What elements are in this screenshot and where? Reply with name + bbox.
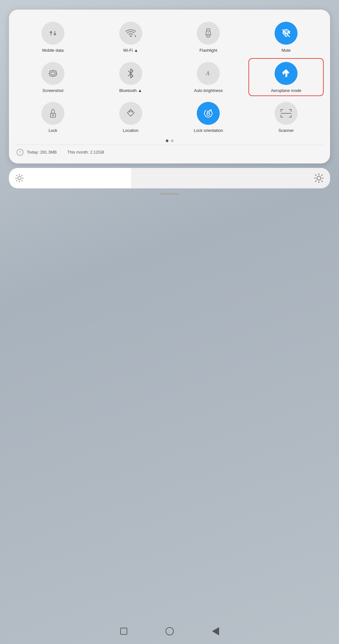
tile-label-mute: Mute bbox=[282, 48, 291, 53]
tile-circle-scanner bbox=[275, 102, 298, 125]
svg-line-28 bbox=[17, 180, 17, 181]
tile-row-1: Mobile data Wi-Fi ▲ bbox=[15, 19, 324, 56]
wifi-icon bbox=[125, 28, 136, 38]
tile-label-lock: Lock bbox=[48, 128, 57, 133]
tile-mobile-data[interactable]: Mobile data bbox=[15, 19, 91, 56]
tile-bluetooth[interactable]: Bluetooth ▲ bbox=[93, 58, 168, 96]
home-icon bbox=[166, 627, 174, 635]
svg-point-29 bbox=[317, 176, 321, 180]
drag-handle[interactable] bbox=[160, 193, 179, 195]
tile-label-wifi: Wi-Fi ▲ bbox=[123, 48, 138, 53]
data-usage-icon: ? bbox=[17, 149, 24, 156]
svg-marker-1 bbox=[134, 35, 136, 37]
tile-circle-aeroplane bbox=[275, 62, 298, 85]
tile-flashlight[interactable]: Flashlight bbox=[171, 19, 246, 56]
lock-icon bbox=[48, 108, 57, 118]
lock-orientation-icon bbox=[203, 108, 214, 119]
divider bbox=[15, 145, 324, 145]
back-button[interactable] bbox=[212, 627, 219, 635]
svg-rect-9 bbox=[51, 72, 55, 75]
data-usage-month bbox=[60, 149, 64, 155]
tile-label-screenshot: Screenshot bbox=[42, 88, 63, 93]
dot-2 bbox=[171, 140, 173, 142]
brightness-low-icon bbox=[15, 174, 24, 182]
svg-line-34 bbox=[315, 175, 316, 176]
tile-label-bluetooth: Bluetooth ▲ bbox=[119, 88, 142, 93]
mute-icon bbox=[281, 28, 291, 38]
tile-label-aeroplane: Aeroplane mode bbox=[271, 88, 301, 93]
svg-rect-15 bbox=[50, 113, 55, 117]
svg-rect-18 bbox=[207, 113, 210, 115]
svg-point-20 bbox=[18, 177, 21, 180]
recents-icon bbox=[120, 628, 127, 635]
dot-1 bbox=[166, 140, 168, 142]
tile-mute[interactable]: Mute bbox=[248, 19, 324, 56]
tile-row-2: Screenshot Bluetooth ▲ A Auto brightness bbox=[15, 58, 324, 96]
tile-label-location: Location bbox=[123, 128, 138, 133]
tile-lock[interactable]: Lock bbox=[15, 99, 91, 136]
tile-lock-orientation[interactable]: Lock orientation bbox=[171, 99, 246, 136]
auto-brightness-icon: A bbox=[203, 68, 214, 79]
bottom-nav bbox=[0, 618, 339, 644]
scanner-icon bbox=[280, 109, 292, 118]
tile-circle-wifi bbox=[119, 22, 142, 45]
back-icon bbox=[212, 627, 219, 635]
brightness-fill bbox=[9, 168, 131, 188]
svg-line-26 bbox=[22, 180, 22, 181]
tile-aeroplane[interactable]: Aeroplane mode bbox=[248, 58, 324, 96]
svg-line-35 bbox=[321, 181, 322, 182]
tile-circle-location bbox=[119, 102, 142, 125]
svg-line-36 bbox=[321, 175, 322, 176]
tile-label-auto-brightness: Auto brightness bbox=[194, 88, 223, 93]
tile-circle-bluetooth bbox=[119, 62, 142, 85]
tile-scanner[interactable]: Scanner bbox=[248, 99, 324, 136]
tile-row-3: Lock Location L bbox=[15, 99, 324, 136]
svg-rect-8 bbox=[50, 71, 56, 76]
data-usage-month-val: This month: 2.12GB bbox=[67, 150, 104, 155]
brightness-empty bbox=[131, 168, 330, 188]
tile-location[interactable]: Location bbox=[93, 99, 168, 136]
svg-line-37 bbox=[315, 181, 316, 182]
data-usage-row: ? Today: 281.3MB This month: 2.12GB bbox=[15, 146, 324, 157]
data-usage-today: Today: 281.3MB bbox=[27, 150, 57, 155]
tile-circle-lock bbox=[41, 102, 64, 125]
tile-wifi[interactable]: Wi-Fi ▲ bbox=[93, 19, 168, 56]
svg-text:A: A bbox=[206, 70, 210, 77]
mobile-data-icon bbox=[48, 28, 58, 38]
tile-label-lock-orientation: Lock orientation bbox=[194, 128, 223, 133]
svg-point-16 bbox=[52, 115, 54, 116]
tile-circle-mute bbox=[275, 22, 298, 45]
svg-line-25 bbox=[17, 175, 17, 176]
bluetooth-icon bbox=[126, 68, 135, 79]
flashlight-icon bbox=[204, 28, 213, 38]
tile-circle-auto-brightness: A bbox=[197, 62, 220, 85]
svg-line-27 bbox=[22, 175, 22, 176]
tile-label-scanner: Scanner bbox=[278, 128, 294, 133]
screenshot-icon bbox=[48, 68, 58, 79]
tile-label-mobile-data: Mobile data bbox=[42, 48, 63, 53]
page-indicator bbox=[15, 140, 324, 142]
tile-circle-mobile-data bbox=[41, 22, 64, 45]
tile-circle-screenshot bbox=[41, 62, 64, 85]
tile-label-flashlight: Flashlight bbox=[200, 48, 217, 53]
tile-circle-flashlight bbox=[197, 22, 220, 45]
tile-auto-brightness[interactable]: A Auto brightness bbox=[171, 58, 246, 96]
brightness-panel[interactable] bbox=[9, 168, 330, 188]
svg-point-0 bbox=[130, 35, 131, 37]
recents-button[interactable] bbox=[120, 628, 127, 635]
quick-settings-panel: Mobile data Wi-Fi ▲ bbox=[9, 10, 330, 163]
tile-circle-lock-orientation bbox=[197, 102, 220, 125]
svg-rect-2 bbox=[207, 29, 210, 31]
home-button[interactable] bbox=[166, 627, 174, 635]
brightness-high-icon bbox=[314, 173, 324, 183]
aeroplane-icon bbox=[280, 68, 292, 79]
location-icon bbox=[126, 108, 135, 118]
svg-rect-3 bbox=[207, 35, 210, 37]
tile-screenshot[interactable]: Screenshot bbox=[15, 58, 91, 96]
